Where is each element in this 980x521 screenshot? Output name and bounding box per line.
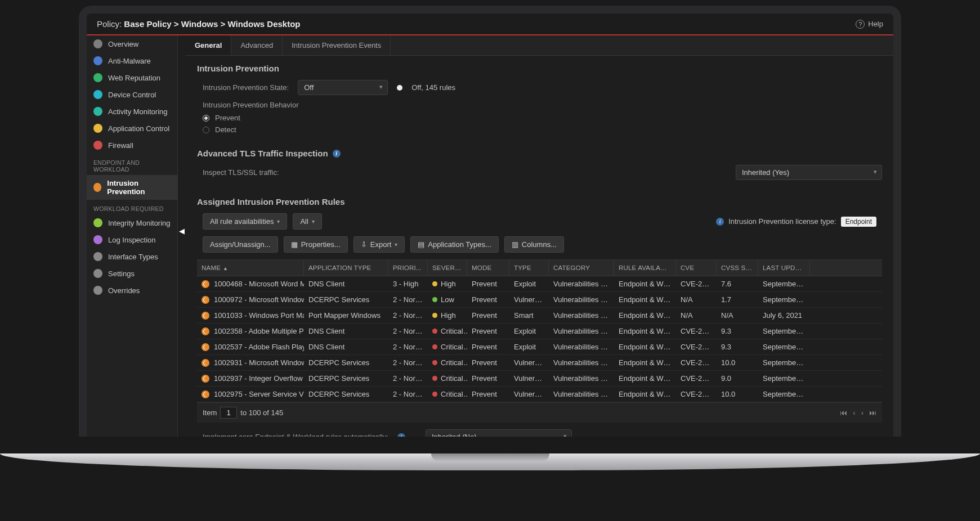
- pager: Item to 100 of 145 ⏮ ‹ › ⏭: [197, 402, 882, 423]
- pager-next-icon[interactable]: ›: [861, 408, 863, 417]
- sidebar-item-anti-malware[interactable]: Anti-Malware: [87, 52, 177, 69]
- ip-heading: Intrusion Prevention: [197, 64, 882, 73]
- table-row[interactable]: 1002358 - Adobe Multiple Prod...DNS Clie…: [197, 324, 882, 339]
- ip-state-label: Intrusion Prevention State:: [203, 83, 289, 92]
- col-header[interactable]: CVSS SCO...: [717, 260, 758, 276]
- sidebar-heading: ENDPOINT AND WORKLOAD: [87, 154, 177, 175]
- filter-availability[interactable]: All rule availabilities▾: [203, 213, 287, 230]
- tls-select[interactable]: Inherited (Yes): [736, 165, 882, 180]
- col-header[interactable]: RULE AVAILABILIT...: [614, 260, 676, 276]
- sidebar-item-intrusion-prevention[interactable]: Intrusion Prevention: [87, 175, 177, 200]
- pager-item-input[interactable]: [220, 407, 237, 419]
- table-row[interactable]: 1002931 - Microsoft Windows ...DCERPC Se…: [197, 355, 882, 371]
- col-header[interactable]: TYPE: [509, 260, 549, 276]
- export-icon: ⇩: [361, 240, 367, 249]
- overrides-icon: [93, 286, 102, 295]
- severity-dot-icon: [432, 313, 437, 318]
- col-header[interactable]: CVE: [676, 260, 717, 276]
- severity-dot-icon: [432, 329, 437, 334]
- table-row[interactable]: 1000972 - Microsoft Windows ...DCERPC Se…: [197, 292, 882, 308]
- columns-button[interactable]: ▥Columns...: [504, 236, 564, 253]
- table-row[interactable]: 1002975 - Server Service Vulne...DCERPC …: [197, 387, 882, 402]
- assign-unassign-button[interactable]: Assign/Unassign...: [203, 236, 278, 253]
- ip-prevent-radio[interactable]: Prevent: [197, 114, 882, 122]
- implement-select[interactable]: Inherited (No): [426, 429, 572, 437]
- sidebar-item-label: Web Reputation: [108, 74, 160, 82]
- properties-button[interactable]: ▦Properties...: [284, 236, 348, 253]
- breadcrumb-path: Base Policy > Windows > Windows Desktop: [124, 19, 300, 29]
- firewall-icon: [93, 141, 102, 150]
- rule-icon: [202, 375, 209, 383]
- col-header[interactable]: CATEGORY: [549, 260, 614, 276]
- col-header[interactable]: PRIORI...: [388, 260, 428, 276]
- radio-on-icon: [203, 115, 209, 122]
- sidebar-item-activity-monitoring[interactable]: Activity Monitoring: [87, 103, 177, 120]
- sidebar-item-firewall[interactable]: Firewall: [87, 137, 177, 154]
- sidebar-item-settings[interactable]: Settings: [87, 265, 177, 282]
- export-button[interactable]: ⇩Export▾: [353, 236, 405, 253]
- table-row[interactable]: 1001033 - Windows Port Mapp...Port Mappe…: [197, 308, 882, 324]
- table-row[interactable]: 1000468 - Microsoft Word Malf...DNS Clie…: [197, 276, 882, 292]
- sidebar-item-overrides[interactable]: Overrides: [87, 282, 177, 299]
- info-icon[interactable]: i: [397, 433, 405, 437]
- integrity-icon: [93, 218, 102, 227]
- tab-advanced[interactable]: Advanced: [231, 35, 283, 55]
- pager-first-icon[interactable]: ⏮: [840, 408, 847, 417]
- rule-icon: [202, 327, 209, 335]
- application-types-button[interactable]: ▤Application Types...: [410, 236, 499, 253]
- columns-icon: ▥: [512, 240, 518, 249]
- device-control-icon: [93, 90, 102, 99]
- info-icon[interactable]: i: [716, 218, 724, 226]
- sidebar-item-integrity-monitoring[interactable]: Integrity Monitoring: [87, 214, 177, 231]
- ip-detect-radio[interactable]: Detect: [197, 125, 882, 134]
- sidebar-item-interface-types[interactable]: Interface Types: [87, 248, 177, 265]
- sidebar-collapse-handle[interactable]: ◀: [178, 35, 186, 437]
- sidebar-item-device-control[interactable]: Device Control: [87, 86, 177, 103]
- chevron-down-icon: ▾: [277, 218, 280, 224]
- info-icon[interactable]: i: [333, 150, 341, 158]
- col-header[interactable]: LAST UPDAT...: [758, 260, 810, 276]
- license-label: Intrusion Prevention license type:: [728, 217, 836, 226]
- log-icon: [93, 235, 102, 244]
- rule-icon: [202, 280, 209, 288]
- section-rules: Assigned Intrusion Prevention Rules All …: [186, 189, 893, 437]
- rules-heading: Assigned Intrusion Prevention Rules: [197, 197, 882, 206]
- sidebar: OverviewAnti-MalwareWeb ReputationDevice…: [87, 35, 178, 437]
- table-row[interactable]: 1002537 - Adobe Flash Player ...DNS Clie…: [197, 339, 882, 355]
- tabs: GeneralAdvancedIntrusion Prevention Even…: [186, 35, 893, 56]
- interface-icon: [93, 252, 102, 261]
- pager-item-label: Item: [203, 408, 217, 417]
- sidebar-item-label: Overrides: [108, 286, 140, 295]
- filter-all[interactable]: All▾: [293, 213, 321, 230]
- sidebar-item-label: Application Control: [108, 124, 169, 133]
- col-header[interactable]: SEVERI...: [428, 260, 467, 276]
- ip-state-select[interactable]: Off: [298, 80, 388, 95]
- status-dot-icon: [397, 85, 402, 91]
- pager-last-icon[interactable]: ⏭: [869, 408, 876, 417]
- sidebar-item-label: Intrusion Prevention: [107, 179, 171, 196]
- sidebar-item-overview[interactable]: Overview: [87, 35, 177, 52]
- activity-icon: [93, 107, 102, 116]
- sidebar-item-log-inspection[interactable]: Log Inspection: [87, 231, 177, 248]
- pager-prev-icon[interactable]: ‹: [853, 408, 855, 417]
- help-link[interactable]: ? Help: [856, 20, 883, 29]
- col-header[interactable]: NAME▲: [197, 260, 304, 276]
- sidebar-item-label: Interface Types: [108, 253, 158, 261]
- sidebar-item-web-reputation[interactable]: Web Reputation: [87, 69, 177, 86]
- col-header[interactable]: APPLICATION TYPE: [304, 260, 388, 276]
- tab-general[interactable]: General: [186, 35, 231, 55]
- implement-label: Implement core Endpoint & Workload rules…: [203, 433, 388, 437]
- sidebar-item-label: Firewall: [108, 141, 133, 150]
- ip-icon: [93, 183, 101, 192]
- pager-range: to 100 of 145: [240, 408, 283, 417]
- settings-icon: [93, 269, 102, 278]
- properties-icon: ▦: [291, 240, 298, 249]
- ip-behavior-label: Intrusion Prevention Behavior: [197, 101, 882, 109]
- table-row[interactable]: 1002937 - Integer Overflow In I...DCERPC…: [197, 371, 882, 387]
- col-header[interactable]: MODE: [467, 260, 509, 276]
- sidebar-item-application-control[interactable]: Application Control: [87, 120, 177, 137]
- section-intrusion-prevention: Intrusion Prevention Intrusion Preventio…: [186, 56, 893, 141]
- tab-intrusion-prevention-events[interactable]: Intrusion Prevention Events: [283, 35, 391, 55]
- help-icon: ?: [856, 20, 865, 29]
- sidebar-item-label: Settings: [108, 270, 135, 278]
